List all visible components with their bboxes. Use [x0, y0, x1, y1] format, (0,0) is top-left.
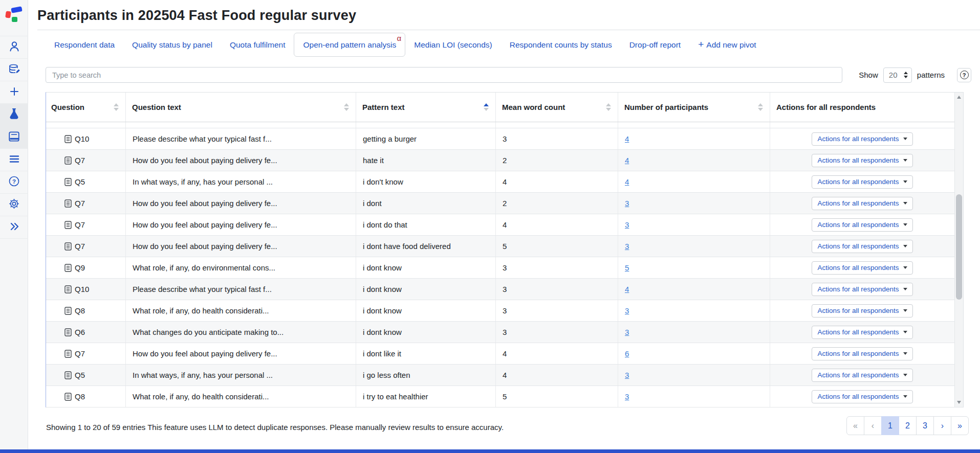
actions-dropdown-button[interactable]: Actions for all respondents: [812, 132, 912, 146]
question-cell: Q5: [46, 365, 126, 386]
actions-dropdown-button[interactable]: Actions for all respondents: [812, 197, 912, 210]
stepper-icon[interactable]: [904, 72, 908, 78]
scrollbar-up-icon[interactable]: [957, 96, 961, 99]
sidebar-item-book[interactable]: [0, 126, 28, 149]
tab-quality-status-by-panel[interactable]: + Quality status by panel: [123, 33, 221, 57]
app-logo[interactable]: [6, 6, 22, 22]
pattern-text-cell: i dont know: [356, 257, 496, 278]
document-icon: [64, 264, 72, 272]
actions-dropdown-button[interactable]: Actions for all respondents: [812, 154, 912, 167]
sort-asc-icon: [484, 103, 489, 106]
tab-quota-fulfilment[interactable]: + Quota fulfilment: [221, 33, 294, 57]
scrollbar-down-icon[interactable]: [957, 401, 961, 404]
actions-dropdown-button[interactable]: Actions for all respondents: [812, 369, 912, 382]
actions-cell: Actions for all respondents: [770, 236, 954, 257]
actions-dropdown-button[interactable]: Actions for all respondents: [812, 390, 912, 403]
pagination-last[interactable]: »: [951, 416, 969, 435]
caret-down-icon: [903, 352, 907, 355]
pagination-page-3[interactable]: 3: [916, 416, 934, 435]
actions-dropdown-button[interactable]: Actions for all respondents: [812, 240, 912, 253]
help-button[interactable]: ?: [957, 68, 971, 82]
question-cell: Q10: [46, 128, 126, 149]
sidebar-item-user[interactable]: [0, 36, 28, 59]
sidebar-item-menu[interactable]: [0, 149, 28, 171]
actions-cell: Actions for all respondents: [770, 300, 954, 321]
participants-link[interactable]: 3: [625, 392, 629, 401]
participants-link[interactable]: 3: [625, 242, 629, 251]
pattern-text-cell: i dont have food delivered: [356, 236, 496, 257]
question-text-cell: How do you feel about paying delivery fe…: [126, 214, 356, 235]
participants-link[interactable]: 3: [625, 199, 629, 208]
sidebar-item-help[interactable]: ?: [0, 171, 28, 194]
flask-icon: [9, 108, 19, 121]
table-row: Q7 How do you feel about paying delivery…: [46, 150, 963, 171]
sidebar-item-settings[interactable]: [0, 194, 28, 216]
column-header-number-of-participants[interactable]: Number of participants: [618, 93, 770, 122]
patterns-count-input[interactable]: 20: [883, 67, 912, 83]
tab-open-end-pattern-analysis[interactable]: + Open-end pattern analysis α: [294, 33, 405, 57]
participants-link[interactable]: 3: [625, 220, 629, 229]
user-icon: [9, 41, 20, 54]
actions-cell: Actions for all respondents: [770, 150, 954, 171]
column-header-question-text[interactable]: Question text: [126, 93, 356, 122]
actions-dropdown-button[interactable]: Actions for all respondents: [812, 175, 912, 189]
tab-respondent-counts-by-status[interactable]: + Respondent counts by status: [501, 33, 621, 57]
tab-respondent-data[interactable]: + Respondent data: [46, 33, 123, 57]
scrollbar-thumb[interactable]: [956, 194, 962, 300]
pattern-text-cell: hate it: [356, 150, 496, 171]
table-scrollbar[interactable]: [954, 93, 963, 407]
participants-link[interactable]: 3: [625, 328, 629, 336]
sidebar-item-expand[interactable]: [0, 216, 28, 239]
search-input[interactable]: [46, 67, 842, 83]
actions-dropdown-button[interactable]: Actions for all respondents: [812, 347, 912, 360]
add-icon: [9, 86, 19, 99]
sidebar-item-database[interactable]: [0, 59, 28, 81]
document-icon: [64, 350, 72, 358]
mean-word-count-cell: 3: [496, 300, 618, 321]
participants-link[interactable]: 4: [625, 156, 629, 165]
participants-cell: 3: [618, 214, 770, 235]
column-header-question[interactable]: Question: [46, 93, 126, 122]
sidebar-item-flask[interactable]: [0, 104, 28, 126]
showing-entries-text: Showing 1 to 20 of 59 entries: [46, 423, 145, 432]
tab-add-new-pivot[interactable]: + Add new pivot: [689, 33, 765, 57]
question-text-cell: In what ways, if any, has your personal …: [126, 365, 356, 386]
pagination-prev[interactable]: ‹: [864, 416, 882, 435]
actions-dropdown-button[interactable]: Actions for all respondents: [812, 283, 912, 296]
actions-dropdown-button[interactable]: Actions for all respondents: [812, 326, 912, 339]
patterns-count-value: 20: [889, 71, 898, 79]
participants-link[interactable]: 5: [625, 263, 629, 272]
column-header-mean-word-count[interactable]: Mean word count: [496, 93, 618, 122]
participants-link[interactable]: 6: [625, 349, 629, 358]
pagination-page-2[interactable]: 2: [899, 416, 917, 435]
question-cell: Q5: [46, 171, 126, 192]
show-patterns-control: Show 20 patterns ?: [859, 67, 971, 83]
sidebar-item-add[interactable]: [0, 81, 28, 104]
sort-desc-icon: [344, 108, 349, 111]
question-text-cell: What role, if any, do environmental cons…: [126, 257, 356, 278]
participants-link[interactable]: 4: [625, 134, 629, 143]
tab-median-loi-seconds[interactable]: + Median LOI (seconds): [405, 33, 501, 57]
actions-dropdown-button[interactable]: Actions for all respondents: [812, 218, 912, 232]
caret-down-icon: [903, 331, 907, 333]
participants-link[interactable]: 4: [625, 285, 629, 293]
question-text-cell: Please describe what your typical fast f…: [126, 279, 356, 300]
alpha-badge: α: [397, 34, 402, 42]
table-row: Q7 How do you feel about paying delivery…: [46, 236, 963, 257]
logo-green-shape: [12, 17, 17, 22]
participants-link[interactable]: 4: [625, 177, 629, 186]
table-row: Q10 Please describe what your typical fa…: [46, 279, 963, 300]
actions-dropdown-button[interactable]: Actions for all respondents: [812, 261, 912, 275]
actions-dropdown-button[interactable]: Actions for all respondents: [812, 304, 912, 318]
tab-drop-off-report[interactable]: + Drop-off report: [621, 33, 690, 57]
participants-link[interactable]: 3: [625, 371, 629, 379]
participants-link[interactable]: 3: [625, 306, 629, 315]
patterns-label: patterns: [917, 71, 945, 79]
pagination-next[interactable]: ›: [933, 416, 951, 435]
column-header-pattern-text[interactable]: Pattern text: [356, 93, 496, 122]
question-text-cell: What role, if any, do health considerati…: [126, 300, 356, 321]
caret-down-icon: [903, 288, 907, 290]
pagination-page-1[interactable]: 1: [881, 416, 899, 435]
question-cell: Q8: [46, 300, 126, 321]
pagination-first[interactable]: «: [846, 416, 864, 435]
